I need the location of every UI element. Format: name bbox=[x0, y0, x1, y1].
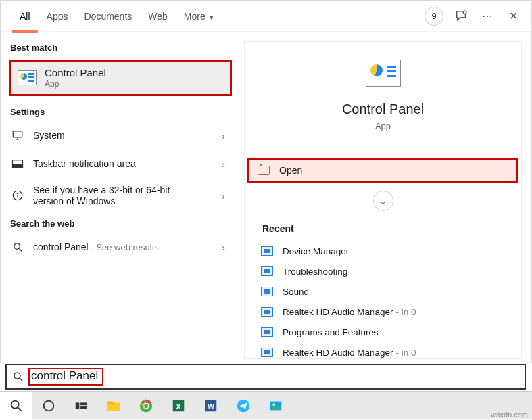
best-match-title: Control Panel bbox=[45, 67, 106, 78]
svg-text:X: X bbox=[176, 402, 181, 410]
app-icon bbox=[261, 307, 273, 317]
watermark: wsxdn.com bbox=[491, 411, 528, 419]
recent-item[interactable]: Realtek HD Audio Manager - in 0 bbox=[245, 342, 521, 363]
info-icon bbox=[10, 189, 25, 202]
taskbar-chrome-icon[interactable] bbox=[130, 392, 162, 420]
open-icon bbox=[258, 166, 270, 175]
best-match-subtitle: App bbox=[45, 79, 106, 89]
taskbar-excel-icon[interactable]: X bbox=[162, 392, 195, 420]
svg-rect-15 bbox=[80, 402, 87, 405]
search-icon bbox=[7, 371, 30, 383]
tab-more[interactable]: More▼ bbox=[176, 1, 223, 32]
search-panel: All Apps Documents Web More▼ 9 ⋯ ✕ Best … bbox=[0, 0, 532, 363]
tab-more-label: More bbox=[184, 11, 205, 22]
best-match-control-panel[interactable]: Control Panel App bbox=[9, 60, 232, 96]
best-match-header: Best match bbox=[1, 37, 237, 57]
svg-rect-1 bbox=[13, 131, 22, 137]
recent-item-label: Realtek HD Audio Manager bbox=[283, 307, 393, 317]
svg-point-11 bbox=[11, 400, 19, 408]
settings-bit-label: See if you have a 32-bit or 64-bit versi… bbox=[33, 185, 202, 206]
rewards-badge[interactable]: 9 bbox=[425, 7, 443, 26]
tab-web[interactable]: Web bbox=[140, 1, 176, 32]
app-icon bbox=[261, 287, 273, 296]
recent-item[interactable]: Sound bbox=[245, 281, 521, 302]
svg-line-8 bbox=[19, 248, 22, 251]
chevron-right-icon: › bbox=[222, 190, 225, 202]
open-label: Open bbox=[279, 165, 302, 176]
taskbar-word-icon[interactable]: W bbox=[195, 392, 227, 420]
search-web-query: control Panel bbox=[33, 241, 89, 252]
results-left-column: Best match Control Panel App Settings Sy… bbox=[1, 32, 237, 363]
chevron-right-icon: › bbox=[222, 130, 225, 141]
app-icon bbox=[261, 348, 273, 357]
preview-subtitle: App bbox=[245, 121, 521, 131]
chevron-right-icon: › bbox=[222, 241, 225, 253]
svg-text:W: W bbox=[208, 402, 214, 410]
taskbar-icon bbox=[10, 158, 25, 170]
recent-item-suffix: - in 0 bbox=[396, 348, 416, 358]
svg-point-7 bbox=[14, 243, 19, 249]
svg-line-10 bbox=[20, 378, 22, 381]
preview-pane: Control Panel App Open ⌄ Recent Device M… bbox=[237, 32, 531, 363]
monitor-icon bbox=[10, 129, 25, 141]
expand-button[interactable]: ⌄ bbox=[373, 191, 393, 211]
search-input-text[interactable]: control Panel bbox=[28, 368, 103, 386]
svg-point-6 bbox=[17, 193, 18, 194]
feedback-icon[interactable] bbox=[454, 9, 469, 24]
svg-point-9 bbox=[14, 373, 20, 379]
recent-item-label: Sound bbox=[283, 287, 309, 297]
chevron-down-icon: ▼ bbox=[208, 14, 215, 21]
search-bar[interactable]: control Panel bbox=[5, 364, 526, 390]
settings-taskbar-label: Taskbar notification area bbox=[33, 158, 136, 169]
tab-apps[interactable]: Apps bbox=[39, 1, 76, 32]
settings-taskbar-area[interactable]: Taskbar notification area › bbox=[1, 149, 237, 178]
svg-rect-14 bbox=[76, 402, 80, 409]
settings-header: Settings bbox=[1, 101, 237, 121]
taskbar: X W bbox=[0, 391, 532, 419]
more-options-icon[interactable]: ⋯ bbox=[480, 9, 495, 24]
active-tab-indicator bbox=[12, 30, 38, 33]
recent-item-label: Troubleshooting bbox=[283, 266, 347, 277]
search-icon bbox=[10, 241, 25, 253]
taskbar-cortana-button[interactable] bbox=[32, 392, 65, 420]
taskbar-telegram-icon[interactable] bbox=[227, 392, 260, 420]
svg-line-12 bbox=[18, 407, 22, 411]
search-web-header: Search the web bbox=[1, 213, 237, 233]
search-web-suffix: - See web results bbox=[89, 242, 159, 252]
app-icon bbox=[261, 266, 273, 276]
tab-documents[interactable]: Documents bbox=[76, 1, 140, 32]
chevron-right-icon: › bbox=[222, 158, 225, 170]
search-web-item[interactable]: control Panel - See web results › bbox=[1, 233, 237, 261]
app-icon bbox=[261, 246, 273, 256]
taskbar-photos-icon[interactable] bbox=[260, 392, 292, 420]
settings-system[interactable]: System › bbox=[1, 121, 237, 149]
control-panel-large-icon bbox=[366, 60, 401, 87]
app-icon bbox=[261, 327, 273, 337]
recent-item[interactable]: Device Manager bbox=[245, 241, 521, 261]
recent-item[interactable]: Realtek HD Audio Manager - in 0 bbox=[245, 302, 521, 322]
recent-item-suffix: - in 0 bbox=[396, 307, 416, 317]
svg-point-28 bbox=[272, 403, 275, 406]
preview-card: Control Panel App Open ⌄ Recent Device M… bbox=[244, 41, 522, 359]
taskbar-taskview-button[interactable] bbox=[65, 392, 97, 420]
tab-all[interactable]: All bbox=[11, 1, 39, 32]
svg-rect-18 bbox=[107, 401, 113, 404]
settings-bit-version[interactable]: See if you have a 32-bit or 64-bit versi… bbox=[1, 178, 237, 213]
tab-bar: All Apps Documents Web More▼ 9 ⋯ ✕ bbox=[1, 1, 531, 32]
open-action[interactable]: Open bbox=[247, 158, 518, 183]
taskbar-explorer-icon[interactable] bbox=[97, 392, 130, 420]
taskbar-search-button[interactable] bbox=[0, 392, 32, 420]
recent-item[interactable]: Troubleshooting bbox=[245, 261, 521, 281]
recent-item-label: Programs and Features bbox=[283, 327, 379, 337]
header-actions: 9 ⋯ ✕ bbox=[425, 7, 525, 26]
recent-item[interactable]: Programs and Features bbox=[245, 322, 521, 342]
recent-item-label: Realtek HD Audio Manager bbox=[283, 348, 393, 358]
close-icon[interactable]: ✕ bbox=[506, 9, 521, 24]
svg-rect-16 bbox=[80, 406, 87, 409]
recent-header: Recent bbox=[245, 211, 521, 241]
svg-point-13 bbox=[44, 400, 54, 411]
settings-system-label: System bbox=[33, 130, 65, 141]
preview-title: Control Panel bbox=[245, 101, 521, 117]
svg-point-0 bbox=[463, 11, 466, 14]
control-panel-icon bbox=[18, 70, 37, 85]
